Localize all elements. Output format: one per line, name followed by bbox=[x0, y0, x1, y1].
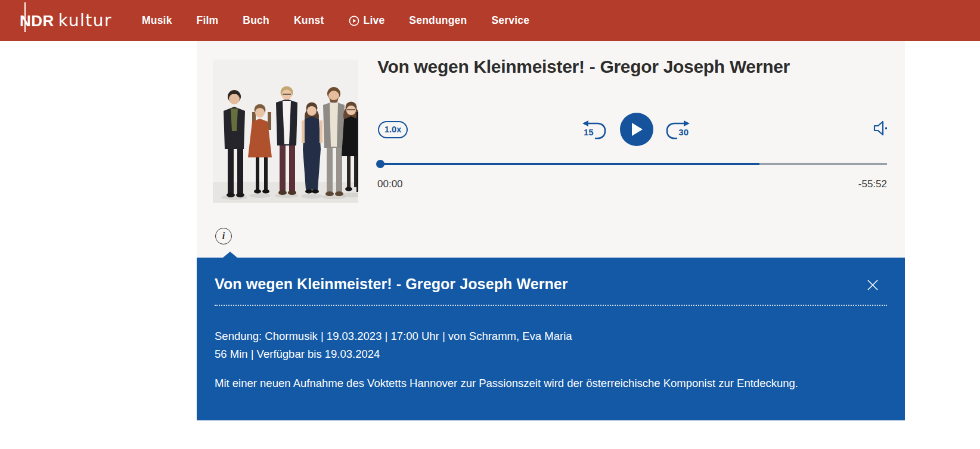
play-icon bbox=[630, 122, 643, 137]
nav-item-musik[interactable]: Musik bbox=[142, 14, 172, 27]
panel-header: Von wegen Kleinmeister! - Gregor Joseph … bbox=[215, 258, 887, 293]
nav-item-sendungen[interactable]: Sendungen bbox=[409, 14, 467, 27]
progress-thumb[interactable] bbox=[376, 160, 384, 168]
nav-item-film[interactable]: Film bbox=[197, 14, 219, 27]
main-menu: Musik Film Buch Kunst Live Sendungen Ser… bbox=[142, 14, 529, 27]
broadcast-meta-line1: Sendung: Chormusik | 19.03.2023 | 17:00 … bbox=[215, 327, 887, 345]
info-icon: i bbox=[222, 231, 225, 241]
speaker-icon bbox=[869, 117, 891, 139]
play-circle-icon bbox=[349, 16, 359, 26]
progress-buffered bbox=[377, 163, 759, 165]
nav-item-buch[interactable]: Buch bbox=[243, 14, 269, 27]
dotted-divider bbox=[215, 305, 887, 306]
nav-item-service[interactable]: Service bbox=[491, 14, 529, 27]
progress-bar[interactable] bbox=[377, 160, 887, 168]
nav-item-live[interactable]: Live bbox=[349, 14, 385, 27]
rewind-seconds-label: 15 bbox=[584, 127, 594, 137]
close-icon bbox=[866, 278, 880, 292]
forward-seconds-label: 30 bbox=[678, 127, 689, 137]
close-button[interactable] bbox=[866, 278, 880, 292]
volume-button[interactable] bbox=[869, 117, 891, 139]
forward-30-button[interactable]: 30 bbox=[663, 119, 693, 144]
panel-title: Von wegen Kleinmeister! - Gregor Joseph … bbox=[215, 275, 568, 293]
info-button[interactable]: i bbox=[215, 228, 232, 244]
top-nav: NDR kultur Musik Film Buch Kunst Live Se… bbox=[0, 0, 980, 41]
nav-item-kunst[interactable]: Kunst bbox=[294, 14, 324, 27]
audio-player-section: Von wegen Kleinmeister! - Gregor Joseph … bbox=[197, 41, 905, 258]
kultur-wordmark: kultur bbox=[58, 11, 112, 30]
ensemble-photo-image bbox=[213, 60, 358, 203]
player-title: Von wegen Kleinmeister! - Gregor Joseph … bbox=[377, 57, 896, 77]
broadcast-info-panel: Von wegen Kleinmeister! - Gregor Joseph … bbox=[197, 258, 905, 420]
ndr-kultur-logo[interactable]: NDR kultur bbox=[20, 11, 112, 30]
ensemble-photo bbox=[213, 60, 358, 203]
play-button[interactable] bbox=[620, 113, 653, 146]
rewind-15-button[interactable]: 15 bbox=[579, 119, 609, 144]
broadcast-description: Mit einer neuen Aufnahme des Voktetts Ha… bbox=[215, 375, 887, 392]
nav-item-live-label: Live bbox=[364, 14, 385, 27]
playback-speed-button[interactable]: 1.0x bbox=[378, 121, 408, 138]
logo-antenna-line bbox=[24, 2, 26, 32]
elapsed-time: 00:00 bbox=[377, 178, 403, 190]
remaining-time: -55:52 bbox=[858, 178, 887, 190]
broadcast-meta-line2: 56 Min | Verfügbar bis 19.03.2024 bbox=[215, 345, 887, 363]
time-display: 00:00 -55:52 bbox=[377, 178, 887, 190]
